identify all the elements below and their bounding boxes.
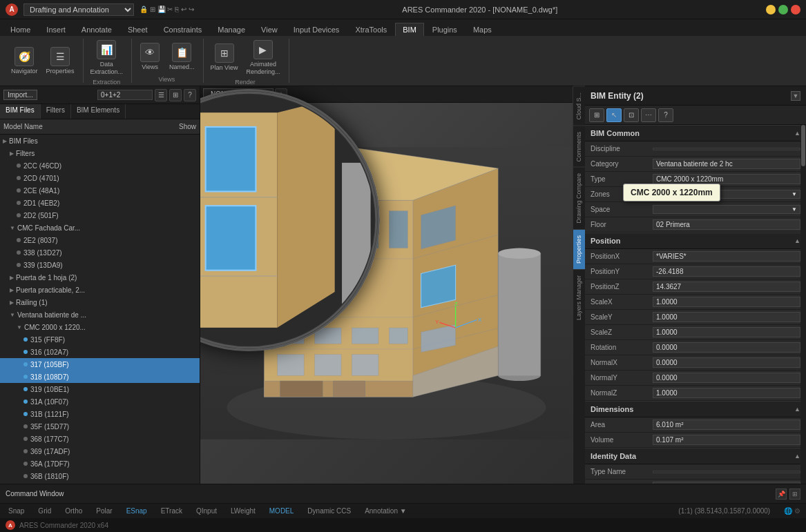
status-etrack[interactable]: ETrack [158,507,185,515]
section-position[interactable]: Position ▲ [585,233,806,249]
status-ortho[interactable]: Ortho [62,507,85,515]
named-button[interactable]: 📋 Named... [166,41,198,72]
prop-value-normalx[interactable]: 0.0000 [653,357,800,368]
nav-grid-button[interactable]: ⊞ [169,89,182,101]
section-bim-common[interactable]: BIM Common ▲ [585,125,806,141]
tree-item[interactable]: 31B (1121F) [0,408,200,420]
prop-value-scalex[interactable]: 1.0000 [653,297,800,307]
tree-item[interactable]: ▶Puerta de 1 hoja (2) [0,271,200,284]
prop-value-scalez[interactable]: 1.0000 [653,327,800,337]
prop-value-rotation[interactable]: 0.0000 [653,342,800,353]
prop-value-positiony[interactable]: -26.4188 [653,266,800,277]
command-expand-btn[interactable]: ⊞ [789,489,800,500]
close-button[interactable] [791,5,800,14]
side-tab-cloud[interactable]: Cloud S... [573,86,585,126]
bim-tab-elements[interactable]: BIM Elements [71,104,126,119]
prop-value-space[interactable]: ▼ [653,205,800,214]
plan-view-button[interactable]: ⊞ Plan View [208,42,241,73]
tree-item[interactable]: 2E2 (8037) [0,234,200,246]
properties-button[interactable]: ☰ Properties [44,46,77,77]
tree-item[interactable]: 36A (17DF7) [0,457,200,470]
prop-value-type[interactable]: CMC 2000 x 1220mm [653,174,800,184]
tree-item[interactable]: 368 (177C7) [0,433,200,445]
side-tab-properties[interactable]: Properties [573,229,585,269]
panel-scrollbar[interactable] [800,125,806,484]
nav-menu-button[interactable]: ☰ [155,89,167,101]
prop-value-normalz[interactable]: 1.0000 [653,388,800,398]
data-extraction-button[interactable]: 📊 DataExtraction... [88,39,126,77]
side-tab-layers[interactable]: Layers Manager [573,269,585,326]
bim-close-btn[interactable]: ▼ [791,91,800,101]
section-identity[interactable]: Identity Data ▲ [585,448,806,464]
prop-value-designoption[interactable]: None [653,482,800,484]
bim-panel-body[interactable]: BIM Common ▲ Discipline Category Ventana… [585,125,806,484]
tree-item[interactable]: 35F (15D77) [0,420,200,433]
maximize-button[interactable] [778,5,788,14]
tree-item[interactable]: 317 (105BF) [0,358,200,371]
command-input[interactable] [69,490,776,497]
tree-item[interactable]: 2CE (48A1) [0,184,200,197]
tab-manage[interactable]: Manage [210,23,253,36]
tab-plugins[interactable]: Plugins [425,23,465,36]
status-polar[interactable]: Polar [93,507,115,515]
status-qinput[interactable]: QInput [193,507,220,515]
tree-item[interactable]: 338 (13D27) [0,246,200,259]
tree-item[interactable]: ▼Ventana batiente de ... [0,308,200,321]
tree-item[interactable]: 339 (13DA9) [0,259,200,271]
bim-tool-help[interactable]: ? [658,108,673,122]
navigator-button[interactable]: 🧭 Navigator [8,46,41,77]
views-button[interactable]: 👁 Views [136,41,164,72]
bim-tool-more[interactable]: ⋯ [641,108,656,122]
prop-value-positionz[interactable]: 14.3627 [653,282,800,292]
tree-item[interactable]: 2D2 (501F) [0,209,200,221]
tree-item[interactable]: 2CD (4701) [0,172,200,184]
tree-item[interactable]: ▶Puerta practicable, 2... [0,284,200,296]
tree-item[interactable]: 31A (10F07) [0,395,200,408]
tree-item[interactable]: ▶BIM Files [0,135,200,147]
minimize-button[interactable] [766,5,776,14]
status-lweight[interactable]: LWeight [228,507,258,515]
bim-tool-select-all[interactable]: ⊞ [589,108,604,122]
tab-home[interactable]: Home [3,23,38,36]
prop-value-normaly[interactable]: 0.0000 [653,373,800,383]
prop-value-scaley[interactable]: 1.0000 [653,312,800,322]
tree-item[interactable]: ▼CMC 2000 x 1220... [0,321,200,333]
3d-viewport[interactable]: X Z Y [200,103,573,484]
bim-tool-cursor[interactable]: ↖ [606,108,622,122]
search-input[interactable] [97,90,153,100]
tab-constraints[interactable]: Constraints [156,23,210,36]
tree-item[interactable]: 318 (108D7) [0,371,200,383]
workspace-select[interactable]: Drafting and Annotation [23,3,134,16]
vp-tab-noname[interactable]: NONAME_0.dwg* [203,88,274,100]
tab-insert[interactable]: Insert [39,23,73,36]
status-annotation[interactable]: Annotation ▼ [362,507,410,515]
tab-input-devices[interactable]: Input Devices [286,23,347,36]
tree-item[interactable]: ▶Filters [0,147,200,159]
nav-help-button[interactable]: ? [184,89,196,101]
status-esnap[interactable]: ESnap [124,507,150,515]
command-pin-btn[interactable]: 📌 [776,489,787,500]
tree-item[interactable]: 315 (FF8F) [0,333,200,346]
bim-tool-filter[interactable]: ⊡ [624,108,639,122]
tree-item[interactable]: 319 (10BE1) [0,383,200,395]
tree-item[interactable]: 316 (102A7) [0,346,200,358]
prop-value-volume[interactable]: 0.107 m² [653,435,800,445]
tree-item[interactable]: 2D1 (4EB2) [0,197,200,209]
side-tab-comments[interactable]: Comments [573,126,585,168]
bim-tab-filters[interactable]: Filters [41,104,71,119]
vp-tab-add[interactable]: + [275,88,287,101]
tab-sheet[interactable]: Sheet [120,23,155,36]
bim-tab-files[interactable]: BIM Files [0,104,41,119]
tree-body[interactable]: ▶BIM Files▶Filters2CC (46CD)2CD (4701)2C… [0,135,200,484]
prop-value-floor[interactable]: 02 Primera [653,219,800,230]
scrollbar-thumb[interactable] [801,125,805,166]
tree-item[interactable]: 369 (17ADF) [0,445,200,457]
animated-rendering-button[interactable]: ▶ AnimatedRendering... [243,39,282,77]
tab-xtratools[interactable]: XtraTools [347,23,394,36]
prop-value-area[interactable]: 6.010 m² [653,420,800,430]
tab-bim[interactable]: BIM [395,23,424,36]
tab-maps[interactable]: Maps [466,23,499,36]
prop-value-discipline[interactable] [653,148,800,150]
prop-value-typename[interactable] [653,471,800,473]
tab-annotate[interactable]: Annotate [74,23,119,36]
